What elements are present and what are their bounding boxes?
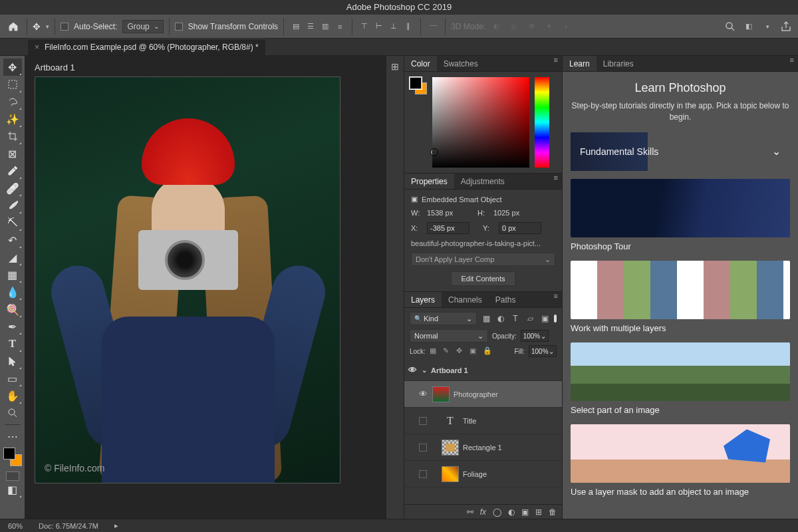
visibility-checkbox[interactable] bbox=[419, 417, 427, 425]
screen-mode-tool[interactable]: ◧ bbox=[3, 481, 22, 498]
artboard-label[interactable]: Artboard 1 bbox=[25, 56, 386, 76]
home-button[interactable] bbox=[5, 19, 21, 35]
layer-row-artboard[interactable]: 👁 ⌄ Artboard 1 bbox=[404, 360, 562, 381]
move-tool[interactable]: ✥ bbox=[3, 59, 22, 76]
document-tab[interactable]: × FileInfo.com Example.psd @ 60% (Photog… bbox=[28, 39, 265, 55]
tab-color[interactable]: Color bbox=[404, 56, 437, 71]
color-swatches[interactable] bbox=[3, 448, 22, 466]
gradient-tool[interactable]: ▦ bbox=[3, 266, 22, 283]
tab-swatches[interactable]: Swatches bbox=[437, 56, 485, 71]
lock-all-icon[interactable]: 🔒 bbox=[483, 346, 492, 356]
dodge-tool[interactable]: 🍭 bbox=[3, 301, 22, 318]
status-chevron-icon[interactable]: ▸ bbox=[114, 521, 118, 530]
align-center-h-icon[interactable]: ☰ bbox=[304, 20, 317, 33]
filter-kind-select[interactable]: Kind⌄ bbox=[410, 312, 477, 325]
x-input[interactable] bbox=[427, 222, 469, 234]
filter-toggle[interactable] bbox=[554, 315, 557, 323]
add-mask-icon[interactable]: ◯ bbox=[493, 507, 501, 517]
close-tab-icon[interactable]: × bbox=[35, 43, 39, 52]
lock-position-icon[interactable]: ✥ bbox=[456, 346, 466, 356]
panel-icon[interactable]: ⊞ bbox=[388, 60, 402, 73]
auto-select-checkbox[interactable] bbox=[61, 23, 68, 31]
lock-artboard-icon[interactable]: ▣ bbox=[469, 346, 479, 356]
filter-pixel-icon[interactable]: ▦ bbox=[481, 313, 491, 324]
align-middle-icon[interactable]: ⊢ bbox=[372, 20, 386, 33]
panel-menu-icon[interactable]: ≡ bbox=[550, 292, 562, 307]
layer-row[interactable]: Rectangle 1 bbox=[404, 434, 562, 461]
layer-row[interactable]: T Title bbox=[404, 408, 562, 434]
marquee-tool[interactable] bbox=[3, 76, 22, 93]
align-justify-icon[interactable]: ≡ bbox=[333, 20, 346, 33]
shape-tool[interactable]: ▭ bbox=[3, 370, 22, 387]
blur-tool[interactable]: 💧 bbox=[3, 283, 22, 301]
link-layers-icon[interactable]: ⚯ bbox=[467, 507, 473, 517]
panel-menu-icon[interactable]: ≡ bbox=[786, 56, 798, 71]
tab-paths[interactable]: Paths bbox=[489, 292, 523, 307]
panel-menu-icon[interactable]: ≡ bbox=[550, 56, 562, 71]
edit-toolbar[interactable]: ⋯ bbox=[3, 428, 22, 445]
blend-mode-select[interactable]: Normal⌄ bbox=[410, 329, 488, 342]
show-transform-checkbox[interactable] bbox=[175, 23, 183, 31]
share-icon[interactable] bbox=[779, 20, 793, 33]
tab-properties[interactable]: Properties bbox=[404, 174, 454, 189]
layer-row[interactable]: Foliage bbox=[404, 461, 562, 487]
search-icon[interactable] bbox=[724, 20, 737, 33]
more-options-icon[interactable]: ⋯ bbox=[426, 20, 440, 33]
screen-mode-icon[interactable]: ◧ bbox=[742, 20, 755, 33]
lock-transparency-icon[interactable]: ▦ bbox=[430, 346, 439, 356]
chevron-down-icon[interactable]: ▾ bbox=[761, 20, 774, 33]
tab-adjustments[interactable]: Adjustments bbox=[454, 174, 511, 189]
filter-adjustment-icon[interactable]: ◐ bbox=[495, 313, 506, 324]
filter-shape-icon[interactable]: ▱ bbox=[525, 313, 535, 324]
pen-tool[interactable]: ✒ bbox=[3, 318, 22, 335]
eyedropper-tool[interactable] bbox=[3, 162, 22, 180]
tutorial-card[interactable]: Photoshop Tour bbox=[571, 179, 790, 251]
visibility-icon[interactable]: 👁 bbox=[408, 365, 418, 375]
visibility-checkbox[interactable] bbox=[419, 470, 427, 478]
clone-stamp-tool[interactable]: ⛏ bbox=[3, 214, 22, 231]
visibility-icon[interactable]: 👁 bbox=[419, 389, 428, 399]
new-group-icon[interactable]: ▣ bbox=[521, 507, 529, 517]
hand-tool[interactable]: ✋ bbox=[3, 387, 22, 404]
healing-tool[interactable]: 🩹 bbox=[3, 180, 22, 197]
distribute-icon[interactable]: ∥ bbox=[402, 20, 415, 33]
path-select-tool[interactable] bbox=[3, 352, 22, 370]
frame-tool[interactable]: ⊠ bbox=[3, 145, 22, 162]
align-bottom-icon[interactable]: ⊥ bbox=[387, 20, 400, 33]
lasso-tool[interactable] bbox=[3, 93, 22, 110]
layer-fx-icon[interactable]: fx bbox=[480, 507, 486, 517]
filter-type-icon[interactable]: T bbox=[510, 313, 521, 324]
opacity-input[interactable]: 100%⌄ bbox=[521, 330, 549, 342]
eraser-tool[interactable]: ◢ bbox=[3, 249, 22, 266]
brush-tool[interactable] bbox=[3, 197, 22, 214]
filter-smart-icon[interactable]: ▣ bbox=[539, 313, 550, 324]
lock-pixels-icon[interactable]: ✎ bbox=[443, 346, 452, 356]
magic-wand-tool[interactable]: ✨ bbox=[3, 110, 22, 128]
tab-layers[interactable]: Layers bbox=[404, 292, 442, 307]
fundamental-skills-accordion[interactable]: Fundamental Skills⌄ bbox=[571, 132, 790, 171]
new-adjustment-icon[interactable]: ◐ bbox=[508, 507, 515, 517]
tab-learn[interactable]: Learn bbox=[563, 56, 597, 71]
edit-contents-button[interactable]: Edit Contents bbox=[451, 271, 515, 286]
zoom-level[interactable]: 60% bbox=[8, 522, 23, 530]
tab-channels[interactable]: Channels bbox=[442, 292, 489, 307]
align-right-icon[interactable]: ▥ bbox=[319, 20, 332, 33]
fill-input[interactable]: 100%⌄ bbox=[529, 345, 557, 357]
crop-tool[interactable] bbox=[3, 128, 22, 145]
color-swatch-pair[interactable] bbox=[410, 77, 427, 94]
tutorial-card[interactable]: Work with multiple layers bbox=[571, 261, 790, 333]
history-brush-tool[interactable]: ↶ bbox=[3, 231, 22, 249]
delete-layer-icon[interactable]: 🗑 bbox=[549, 507, 557, 517]
quick-mask-toggle[interactable] bbox=[6, 471, 19, 481]
visibility-checkbox[interactable] bbox=[419, 444, 427, 452]
align-top-icon[interactable]: ⊤ bbox=[358, 20, 371, 33]
chevron-down-icon[interactable]: ⌄ bbox=[422, 366, 427, 374]
hue-strip[interactable] bbox=[535, 77, 549, 168]
align-left-icon[interactable]: ▤ bbox=[289, 20, 303, 33]
tutorial-card[interactable]: Select part of an image bbox=[571, 342, 790, 415]
y-input[interactable] bbox=[499, 222, 541, 234]
foreground-swatch[interactable] bbox=[3, 448, 15, 460]
canvas[interactable]: © FileInfo.com bbox=[35, 76, 340, 483]
tutorial-card[interactable]: Use a layer mask to add an object to an … bbox=[571, 424, 790, 497]
layer-row[interactable]: 👁 Photographer bbox=[404, 381, 562, 408]
